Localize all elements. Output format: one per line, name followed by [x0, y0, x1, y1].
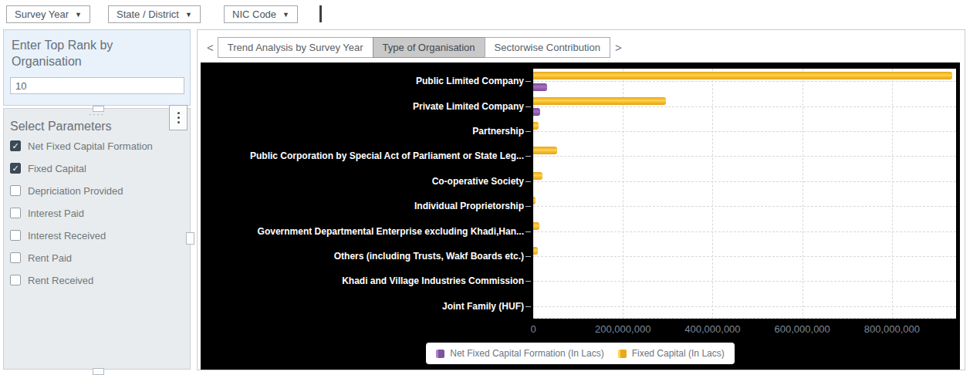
- top-rank-input[interactable]: [10, 77, 184, 94]
- tab-trend-analysis-by-survey-year[interactable]: Trend Analysis by Survey Year: [218, 37, 373, 58]
- checkbox-checked[interactable]: ✓: [10, 163, 21, 174]
- checkbox-unchecked[interactable]: [10, 275, 21, 285]
- checkbox-unchecked[interactable]: [10, 185, 21, 196]
- tabs-next-chevron-icon[interactable]: >: [610, 41, 627, 54]
- checkbox-unchecked[interactable]: [10, 230, 21, 241]
- main-content-panel: < Trend Analysis by Survey YearType of O…: [197, 29, 965, 370]
- parameter-row: Interest Received: [10, 228, 106, 243]
- bar-net-fixed-capital-formation[interactable]: [533, 108, 540, 116]
- kebab-dot-icon: [177, 112, 180, 114]
- category-label: Partnership: [201, 119, 524, 144]
- bar-fixed-capital[interactable]: [533, 222, 539, 230]
- filter-label: Survey Year: [15, 8, 69, 20]
- horizontal-gridline: [533, 81, 956, 82]
- type-of-organisation-bar-chart: Public Limited CompanyPrivate Limited Co…: [201, 62, 960, 370]
- legend-label: Fixed Capital (In Lacs): [632, 348, 725, 359]
- category-label: Public Limited Company: [201, 69, 524, 93]
- parameter-label: Rent Received: [28, 275, 93, 286]
- legend-label: Net Fixed Capital Formation (In Lacs): [450, 348, 603, 359]
- tab-type-of-organisation[interactable]: Type of Organisation: [373, 37, 485, 58]
- category-label: Private Limited Company: [201, 93, 524, 118]
- plot-area: [533, 69, 956, 319]
- horizontal-gridline: [533, 206, 956, 207]
- category-tick-mark: [525, 206, 531, 207]
- legend-swatch-icon: [618, 350, 627, 358]
- checkbox-checked[interactable]: ✓: [10, 140, 21, 151]
- bar-fixed-capital[interactable]: [533, 172, 542, 180]
- horizontal-gridline: [533, 231, 956, 232]
- horizontal-gridline: [533, 131, 956, 132]
- select-parameters-title: Select Parameters: [10, 120, 112, 133]
- category-tick-mark: [525, 156, 531, 157]
- horizontal-gridline: [533, 281, 956, 282]
- tabs-prev-chevron-icon[interactable]: <: [202, 41, 218, 54]
- x-axis-tick-label: 0: [530, 323, 536, 335]
- legend-item: Net Fixed Capital Formation (In Lacs): [436, 348, 603, 359]
- filter-dropdown-survey-year[interactable]: Survey Year▼: [6, 5, 90, 23]
- bar-fixed-capital[interactable]: [533, 122, 539, 130]
- category-tick-mark: [525, 181, 531, 182]
- horizontal-gridline: [533, 306, 956, 307]
- x-axis-tick-label: 200,000,000: [595, 323, 651, 335]
- sidebar-resize-handle[interactable]: [186, 232, 194, 245]
- tab-sectorwise-contribution[interactable]: Sectorwise Contribution: [485, 37, 610, 58]
- category-label: Others (including Trusts, Wakf Boards et…: [201, 244, 524, 269]
- checkbox-unchecked[interactable]: [10, 252, 21, 263]
- category-label: Public Corporation by Special Act of Par…: [201, 144, 524, 168]
- top-filter-bar: Survey Year▼State / District▼NIC Code▼: [0, 0, 980, 28]
- legend-container: Net Fixed Capital Formation (In Lacs)Fix…: [201, 343, 960, 364]
- filter-label: NIC Code: [232, 8, 276, 20]
- category-label: Co-operative Society: [201, 169, 524, 194]
- legend-swatch-icon: [436, 350, 444, 358]
- caret-down-icon: ▼: [75, 11, 82, 19]
- parameter-label: Interest Received: [28, 230, 106, 242]
- parameter-label: Rent Paid: [28, 252, 72, 264]
- bar-fixed-capital[interactable]: [533, 72, 952, 79]
- parameter-row: Rent Paid: [10, 250, 72, 265]
- x-axis-tick-label: 400,000,000: [684, 323, 740, 335]
- parameter-row: Depriciation Provided: [10, 183, 123, 198]
- parameter-row: ✓Net Fixed Capital Formation: [10, 138, 153, 154]
- rank-panel-title: Enter Top Rank by Organisation: [12, 37, 177, 69]
- parameter-label: Net Fixed Capital Formation: [28, 140, 153, 152]
- sidebar-bottom-handle[interactable]: [93, 368, 104, 375]
- category-tick-mark: [525, 256, 531, 257]
- category-tick-mark: [525, 81, 531, 82]
- x-axis-line: [533, 318, 956, 319]
- category-label: Joint Family (HUF): [201, 294, 524, 319]
- category-label: Khadi and Village Industries Commission: [201, 269, 524, 293]
- parameter-label: Depriciation Provided: [28, 185, 123, 197]
- filter-dropdown-state-district[interactable]: State / District▼: [108, 5, 201, 23]
- kebab-menu-button[interactable]: [169, 105, 188, 130]
- category-tick-mark: [525, 306, 531, 307]
- parameter-label: Fixed Capital: [28, 163, 86, 174]
- category-tick-mark: [525, 231, 531, 232]
- parameter-row: Interest Paid: [10, 205, 84, 221]
- category-label: Individual Proprietorship: [201, 194, 524, 218]
- legend-item: Fixed Capital (In Lacs): [618, 348, 725, 359]
- bar-net-fixed-capital-formation[interactable]: [533, 83, 547, 91]
- kebab-dot-icon: [177, 121, 180, 123]
- bar-fixed-capital[interactable]: [533, 147, 557, 154]
- bar-fixed-capital[interactable]: [533, 247, 538, 255]
- x-axis-tick-label: 600,000,000: [775, 323, 830, 335]
- bar-fixed-capital[interactable]: [533, 197, 536, 204]
- rank-panel: Enter Top Rank by Organisation: [3, 29, 191, 106]
- checkbox-unchecked[interactable]: [10, 208, 21, 218]
- caret-down-icon: ▼: [185, 11, 192, 19]
- horizontal-gridline: [533, 256, 956, 257]
- filter-dropdown-nic-code[interactable]: NIC Code▼: [224, 5, 298, 23]
- caret-down-icon: ▼: [282, 11, 289, 19]
- parameter-label: Interest Paid: [28, 208, 84, 219]
- filter-label: State / District: [117, 8, 179, 20]
- horizontal-gridline: [533, 156, 956, 157]
- bar-fixed-capital[interactable]: [533, 97, 666, 105]
- panel-drag-dots-icon: ····: [4, 112, 190, 118]
- horizontal-gridline: [533, 106, 956, 107]
- chart-legend: Net Fixed Capital Formation (In Lacs)Fix…: [426, 343, 734, 364]
- category-tick-mark: [525, 131, 531, 132]
- category-tick-mark: [525, 281, 531, 282]
- select-parameters-panel: ···· Select Parameters ✓Net Fixed Capita…: [3, 108, 191, 370]
- text-cursor: [319, 5, 322, 22]
- kebab-dot-icon: [177, 117, 180, 119]
